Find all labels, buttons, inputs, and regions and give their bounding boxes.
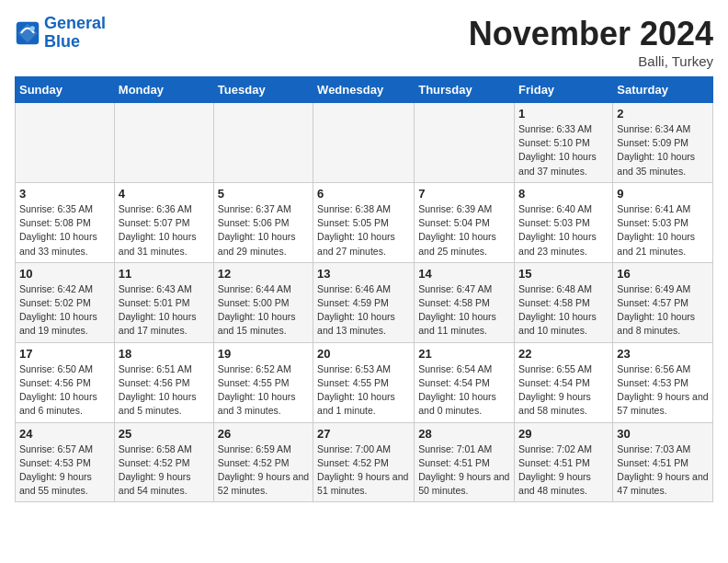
day-number: 29 <box>518 427 609 441</box>
calendar-cell: 6Sunrise: 6:38 AM Sunset: 5:05 PM Daylig… <box>313 182 415 262</box>
svg-point-2 <box>30 26 35 30</box>
calendar-cell: 2Sunrise: 6:34 AM Sunset: 5:09 PM Daylig… <box>613 103 713 183</box>
day-number: 7 <box>418 187 510 201</box>
calendar-cell: 30Sunrise: 7:03 AM Sunset: 4:51 PM Dayli… <box>613 422 713 502</box>
day-info: Sunrise: 6:50 AM Sunset: 4:56 PM Dayligh… <box>19 362 110 419</box>
day-info: Sunrise: 6:41 AM Sunset: 5:03 PM Dayligh… <box>617 202 709 259</box>
calendar-cell: 27Sunrise: 7:00 AM Sunset: 4:52 PM Dayli… <box>313 422 415 502</box>
calendar-cell: 29Sunrise: 7:02 AM Sunset: 4:51 PM Dayli… <box>515 422 613 502</box>
day-info: Sunrise: 6:34 AM Sunset: 5:09 PM Dayligh… <box>617 122 709 178</box>
calendar-cell: 26Sunrise: 6:59 AM Sunset: 4:52 PM Dayli… <box>213 422 313 502</box>
day-info: Sunrise: 6:39 AM Sunset: 5:04 PM Dayligh… <box>418 202 510 259</box>
calendar-cell: 21Sunrise: 6:54 AM Sunset: 4:54 PM Dayli… <box>415 342 515 422</box>
day-info: Sunrise: 6:59 AM Sunset: 4:52 PM Dayligh… <box>218 442 309 499</box>
calendar-cell: 18Sunrise: 6:51 AM Sunset: 4:56 PM Dayli… <box>114 342 213 422</box>
day-number: 9 <box>617 187 709 201</box>
day-number: 27 <box>317 427 410 441</box>
day-number: 25 <box>119 427 210 441</box>
calendar-week-row: 17Sunrise: 6:50 AM Sunset: 4:56 PM Dayli… <box>16 342 713 422</box>
day-number: 16 <box>617 267 709 281</box>
calendar-cell <box>213 103 313 183</box>
calendar-cell <box>114 103 213 183</box>
calendar-week-row: 3Sunrise: 6:35 AM Sunset: 5:08 PM Daylig… <box>16 182 713 262</box>
calendar-cell: 22Sunrise: 6:55 AM Sunset: 4:54 PM Dayli… <box>515 342 613 422</box>
logo-text: General Blue <box>44 15 106 52</box>
day-number: 11 <box>119 267 210 281</box>
day-info: Sunrise: 7:00 AM Sunset: 4:52 PM Dayligh… <box>317 442 410 499</box>
title-area: November 2024 Balli, Turkey <box>469 15 713 69</box>
day-number: 12 <box>218 267 309 281</box>
day-number: 19 <box>218 347 309 361</box>
day-info: Sunrise: 6:52 AM Sunset: 4:55 PM Dayligh… <box>218 362 309 419</box>
calendar-cell: 3Sunrise: 6:35 AM Sunset: 5:08 PM Daylig… <box>16 182 115 262</box>
day-number: 5 <box>218 187 309 201</box>
day-number: 3 <box>19 187 110 201</box>
day-number: 22 <box>518 347 609 361</box>
day-number: 18 <box>119 347 210 361</box>
calendar-table: SundayMondayTuesdayWednesdayThursdayFrid… <box>15 76 713 502</box>
day-info: Sunrise: 6:48 AM Sunset: 4:58 PM Dayligh… <box>518 282 609 339</box>
location: Balli, Turkey <box>469 53 713 69</box>
logo-line1: General <box>44 14 106 32</box>
day-info: Sunrise: 6:54 AM Sunset: 4:54 PM Dayligh… <box>418 362 510 419</box>
calendar-cell: 15Sunrise: 6:48 AM Sunset: 4:58 PM Dayli… <box>515 262 613 342</box>
day-info: Sunrise: 6:51 AM Sunset: 4:56 PM Dayligh… <box>119 362 210 419</box>
day-info: Sunrise: 6:53 AM Sunset: 4:55 PM Dayligh… <box>317 362 410 419</box>
calendar-cell <box>313 103 415 183</box>
weekday-header: Tuesday <box>213 77 313 103</box>
calendar-cell: 20Sunrise: 6:53 AM Sunset: 4:55 PM Dayli… <box>313 342 415 422</box>
calendar-cell: 16Sunrise: 6:49 AM Sunset: 4:57 PM Dayli… <box>613 262 713 342</box>
calendar-body: 1Sunrise: 6:33 AM Sunset: 5:10 PM Daylig… <box>16 103 713 502</box>
calendar-cell: 23Sunrise: 6:56 AM Sunset: 4:53 PM Dayli… <box>613 342 713 422</box>
calendar-cell: 19Sunrise: 6:52 AM Sunset: 4:55 PM Dayli… <box>213 342 313 422</box>
day-info: Sunrise: 7:02 AM Sunset: 4:51 PM Dayligh… <box>518 442 609 499</box>
day-number: 30 <box>617 427 709 441</box>
calendar-cell: 4Sunrise: 6:36 AM Sunset: 5:07 PM Daylig… <box>114 182 213 262</box>
day-info: Sunrise: 6:37 AM Sunset: 5:06 PM Dayligh… <box>218 202 309 259</box>
day-info: Sunrise: 7:01 AM Sunset: 4:51 PM Dayligh… <box>418 442 510 499</box>
calendar-cell: 5Sunrise: 6:37 AM Sunset: 5:06 PM Daylig… <box>213 182 313 262</box>
logo-icon <box>15 20 40 46</box>
day-number: 20 <box>317 347 410 361</box>
calendar-cell: 11Sunrise: 6:43 AM Sunset: 5:01 PM Dayli… <box>114 262 213 342</box>
calendar-cell: 12Sunrise: 6:44 AM Sunset: 5:00 PM Dayli… <box>213 262 313 342</box>
logo-line2: Blue <box>44 32 80 51</box>
calendar-cell: 1Sunrise: 6:33 AM Sunset: 5:10 PM Daylig… <box>515 103 613 183</box>
calendar-cell <box>16 103 115 183</box>
day-info: Sunrise: 6:43 AM Sunset: 5:01 PM Dayligh… <box>119 282 210 339</box>
weekday-header: Saturday <box>613 77 713 103</box>
day-number: 13 <box>317 267 410 281</box>
calendar-cell: 7Sunrise: 6:39 AM Sunset: 5:04 PM Daylig… <box>415 182 515 262</box>
day-info: Sunrise: 6:47 AM Sunset: 4:58 PM Dayligh… <box>418 282 510 339</box>
day-info: Sunrise: 6:46 AM Sunset: 4:59 PM Dayligh… <box>317 282 410 339</box>
day-info: Sunrise: 6:58 AM Sunset: 4:52 PM Dayligh… <box>119 442 210 499</box>
calendar-cell: 25Sunrise: 6:58 AM Sunset: 4:52 PM Dayli… <box>114 422 213 502</box>
weekday-header: Monday <box>114 77 213 103</box>
calendar-cell: 9Sunrise: 6:41 AM Sunset: 5:03 PM Daylig… <box>613 182 713 262</box>
day-number: 8 <box>518 187 609 201</box>
calendar-week-row: 24Sunrise: 6:57 AM Sunset: 4:53 PM Dayli… <box>16 422 713 502</box>
calendar-week-row: 10Sunrise: 6:42 AM Sunset: 5:02 PM Dayli… <box>16 262 713 342</box>
day-number: 4 <box>119 187 210 201</box>
day-number: 28 <box>418 427 510 441</box>
calendar-header: SundayMondayTuesdayWednesdayThursdayFrid… <box>16 77 713 103</box>
calendar-cell: 13Sunrise: 6:46 AM Sunset: 4:59 PM Dayli… <box>313 262 415 342</box>
calendar-cell: 14Sunrise: 6:47 AM Sunset: 4:58 PM Dayli… <box>415 262 515 342</box>
calendar-cell: 8Sunrise: 6:40 AM Sunset: 5:03 PM Daylig… <box>515 182 613 262</box>
day-info: Sunrise: 6:57 AM Sunset: 4:53 PM Dayligh… <box>19 442 110 499</box>
day-number: 17 <box>19 347 110 361</box>
calendar-cell: 24Sunrise: 6:57 AM Sunset: 4:53 PM Dayli… <box>16 422 115 502</box>
calendar-cell: 10Sunrise: 6:42 AM Sunset: 5:02 PM Dayli… <box>16 262 115 342</box>
weekday-header-row: SundayMondayTuesdayWednesdayThursdayFrid… <box>16 77 713 103</box>
weekday-header: Wednesday <box>313 77 415 103</box>
month-title: November 2024 <box>469 15 713 53</box>
day-info: Sunrise: 6:42 AM Sunset: 5:02 PM Dayligh… <box>19 282 110 339</box>
day-info: Sunrise: 6:49 AM Sunset: 4:57 PM Dayligh… <box>617 282 709 339</box>
day-info: Sunrise: 6:40 AM Sunset: 5:03 PM Dayligh… <box>518 202 609 259</box>
day-info: Sunrise: 7:03 AM Sunset: 4:51 PM Dayligh… <box>617 442 709 499</box>
day-number: 24 <box>19 427 110 441</box>
day-number: 6 <box>317 187 410 201</box>
page-header: General Blue November 2024 Balli, Turkey <box>15 15 713 69</box>
day-number: 14 <box>418 267 510 281</box>
day-info: Sunrise: 6:33 AM Sunset: 5:10 PM Dayligh… <box>518 122 609 178</box>
